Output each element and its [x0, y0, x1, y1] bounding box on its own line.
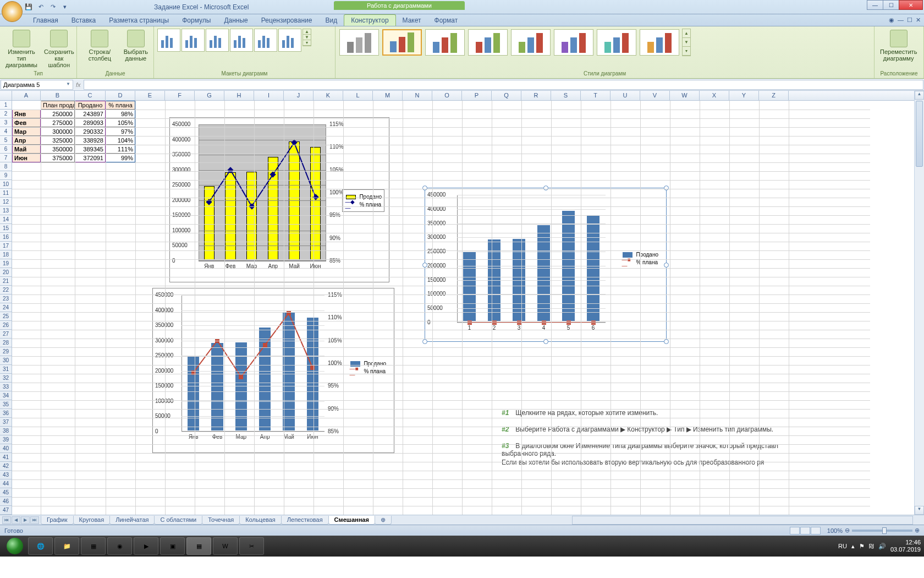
row-header[interactable]: 32: [0, 374, 12, 383]
col-header[interactable]: E: [135, 91, 165, 100]
row-header[interactable]: 10: [0, 180, 12, 189]
col-header[interactable]: S: [551, 91, 581, 100]
col-header[interactable]: V: [640, 91, 670, 100]
tray-clock[interactable]: 12:4603.07.2019: [890, 539, 921, 553]
vertical-scrollbar[interactable]: ▲ ▼: [914, 91, 924, 515]
sheet-nav-last-icon[interactable]: ⏭: [30, 516, 39, 524]
sheet-tab[interactable]: Лепестковая: [281, 516, 329, 525]
page-layout-view-button[interactable]: [800, 527, 810, 535]
col-header[interactable]: C: [75, 91, 106, 100]
switch-row-column-button[interactable]: Строка/столбец: [80, 29, 119, 63]
col-header[interactable]: T: [581, 91, 610, 100]
layout-thumb[interactable]: [254, 29, 277, 52]
row-header[interactable]: 7: [0, 154, 12, 162]
col-header[interactable]: R: [521, 91, 551, 100]
tab-вставка[interactable]: Вставка: [65, 15, 103, 26]
row-header[interactable]: 21: [0, 277, 12, 286]
taskbar-app-icon[interactable]: ▦: [81, 537, 106, 555]
row-header[interactable]: 37: [0, 418, 12, 427]
layout-thumb[interactable]: [278, 29, 301, 52]
row-header[interactable]: 6: [0, 145, 12, 154]
tab-данные[interactable]: Данные: [217, 15, 254, 26]
col-header[interactable]: K: [314, 91, 343, 100]
move-chart-button[interactable]: Переместить диаграмму: [878, 29, 919, 63]
sheet-nav-prev-icon[interactable]: ◀: [12, 516, 20, 524]
row-header[interactable]: 12: [0, 198, 12, 206]
tray-lang[interactable]: RU: [838, 543, 847, 549]
chart-2-combo-blue[interactable]: 0500001000001500002000002500003000003500…: [152, 288, 394, 453]
row-header[interactable]: 16: [0, 233, 12, 242]
row-header[interactable]: 33: [0, 383, 12, 391]
col-header[interactable]: X: [700, 91, 729, 100]
fx-icon[interactable]: fx: [76, 81, 81, 88]
sheet-tab[interactable]: Точечная: [202, 516, 240, 525]
col-header[interactable]: U: [610, 91, 640, 100]
doc-minimize-icon[interactable]: —: [898, 17, 904, 24]
style-thumb[interactable]: [640, 29, 679, 56]
sheet-nav-next-icon[interactable]: ▶: [21, 516, 30, 524]
row-header[interactable]: 5: [0, 136, 12, 145]
name-box[interactable]: Диаграмма 5▼: [1, 80, 73, 90]
col-header[interactable]: B: [41, 91, 75, 100]
row-header[interactable]: 18: [0, 250, 12, 259]
sheet-tab[interactable]: Круговая: [73, 516, 111, 525]
row-header[interactable]: 36: [0, 409, 12, 418]
sheet-tab[interactable]: Линейчатая: [109, 516, 155, 525]
col-header[interactable]: A: [12, 91, 41, 100]
layout-thumb[interactable]: [157, 29, 180, 52]
minimize-button[interactable]: —: [867, 0, 883, 10]
col-header[interactable]: G: [195, 91, 224, 100]
sheet-tab[interactable]: Кольцевая: [239, 516, 282, 525]
tab-формулы[interactable]: Формулы: [175, 15, 217, 26]
row-header[interactable]: 1: [0, 101, 12, 110]
normal-view-button[interactable]: [790, 527, 800, 535]
sheet-nav-first-icon[interactable]: ⏮: [2, 516, 11, 524]
row-header[interactable]: 44: [0, 479, 12, 488]
row-header[interactable]: 47: [0, 506, 12, 515]
close-button[interactable]: ✕: [899, 0, 923, 10]
col-header[interactable]: Y: [729, 91, 759, 100]
style-thumb[interactable]: [339, 29, 379, 56]
row-header[interactable]: 2: [0, 110, 12, 118]
worksheet-grid[interactable]: ABCDEFGHIJKLMNOPQRSTUVWXYZ 1234567891011…: [0, 91, 924, 515]
row-header[interactable]: 35: [0, 400, 12, 409]
col-header[interactable]: P: [462, 91, 492, 100]
col-header[interactable]: N: [403, 91, 432, 100]
row-header[interactable]: 23: [0, 295, 12, 303]
redo-icon[interactable]: ↷: [47, 2, 58, 13]
col-header[interactable]: D: [106, 91, 135, 100]
undo-icon[interactable]: ↶: [35, 2, 46, 13]
row-header[interactable]: 11: [0, 189, 12, 198]
sheet-tab[interactable]: График: [41, 516, 74, 525]
change-chart-type-button[interactable]: Изменить тип диаграммы: [3, 29, 40, 69]
row-header[interactable]: 17: [0, 242, 12, 250]
zoom-in-button[interactable]: ⊕: [915, 527, 920, 534]
formula-bar[interactable]: [84, 80, 923, 90]
row-header[interactable]: 9: [0, 171, 12, 180]
col-header[interactable]: Z: [759, 91, 789, 100]
style-thumb[interactable]: [511, 29, 551, 56]
select-all-corner[interactable]: [0, 91, 12, 100]
tab-вид[interactable]: Вид: [318, 15, 344, 26]
chart-styles-gallery[interactable]: ▲▼▾: [339, 29, 871, 70]
row-header[interactable]: 22: [0, 286, 12, 295]
row-header[interactable]: 14: [0, 215, 12, 224]
col-header[interactable]: O: [432, 91, 462, 100]
tray-show-hidden-icon[interactable]: ▴: [851, 543, 855, 550]
taskbar-sketchup-icon[interactable]: ▣: [160, 537, 185, 555]
col-header[interactable]: M: [373, 91, 403, 100]
sheet-tab[interactable]: Смешанная: [328, 516, 375, 525]
scroll-up-icon[interactable]: ▲: [915, 91, 924, 100]
style-thumb[interactable]: [425, 29, 465, 56]
row-header[interactable]: 41: [0, 453, 12, 462]
qat-dropdown-icon[interactable]: ▾: [59, 2, 70, 13]
horizontal-scrollbar[interactable]: [572, 516, 913, 525]
row-header[interactable]: 27: [0, 330, 12, 339]
doc-restore-icon[interactable]: ☐: [907, 17, 912, 24]
tray-flag-icon[interactable]: ⚑: [859, 543, 865, 550]
col-header[interactable]: J: [284, 91, 314, 100]
tab-главная[interactable]: Главная: [26, 15, 65, 26]
row-header[interactable]: 24: [0, 303, 12, 312]
style-thumb[interactable]: [597, 29, 636, 56]
page-break-view-button[interactable]: [811, 527, 821, 535]
